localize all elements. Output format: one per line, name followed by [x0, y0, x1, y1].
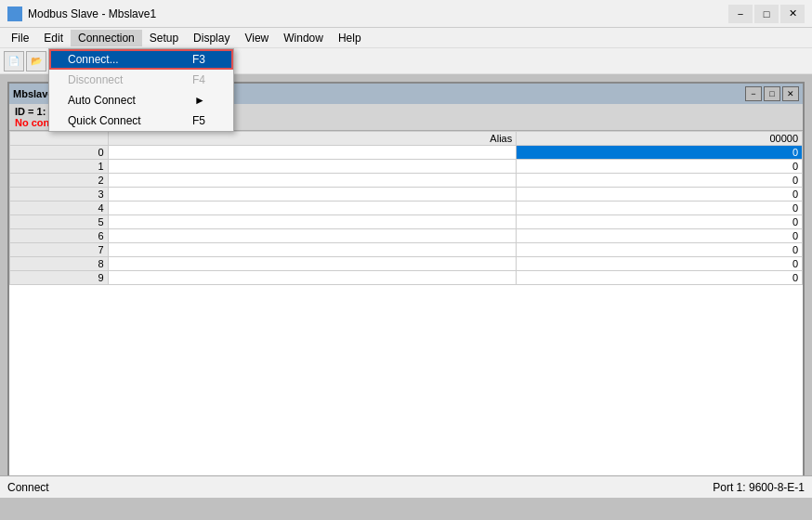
status-left: Connect — [7, 481, 49, 494]
mdi-controls: − □ ✕ — [745, 86, 799, 101]
table-row[interactable]: 70 — [10, 243, 803, 257]
cell-row-num: 5 — [10, 215, 109, 229]
col-header-num — [10, 132, 109, 146]
cell-row-num: 8 — [10, 257, 109, 271]
close-button[interactable]: ✕ — [780, 5, 805, 23]
table-row[interactable]: 10 — [10, 160, 803, 174]
cell-value[interactable]: 0 — [517, 174, 803, 188]
data-table: Alias 00000 00102030405060708090 — [9, 131, 803, 285]
cell-row-num: 7 — [10, 243, 109, 257]
minimize-button[interactable]: − — [728, 5, 753, 23]
maximize-button[interactable]: □ — [754, 5, 779, 23]
cell-row-num: 1 — [10, 160, 109, 174]
menu-window[interactable]: Window — [276, 30, 331, 46]
col-header-alias: Alias — [108, 132, 517, 146]
connection-dropdown: Connect... F3 Disconnect F4 Auto Connect… — [48, 48, 234, 132]
cell-value[interactable]: 0 — [517, 215, 803, 229]
table-row[interactable]: 40 — [10, 202, 803, 215]
menu-edit[interactable]: Edit — [36, 30, 71, 46]
mdi-close-button[interactable]: ✕ — [782, 86, 799, 101]
menu-setup[interactable]: Setup — [142, 30, 186, 46]
mdi-minimize-button[interactable]: − — [745, 86, 762, 101]
cell-row-num: 0 — [10, 146, 109, 160]
app-icon — [7, 6, 22, 21]
cell-row-num: 4 — [10, 202, 109, 215]
table-row[interactable]: 60 — [10, 229, 803, 243]
cell-alias — [108, 160, 517, 174]
col-header-value: 00000 — [517, 132, 803, 146]
cell-row-num: 2 — [10, 174, 109, 188]
cell-row-num: 9 — [10, 271, 109, 285]
status-right: Port 1: 9600-8-E-1 — [713, 481, 805, 494]
table-row[interactable]: 80 — [10, 257, 803, 271]
new-button[interactable]: 📄 — [4, 51, 24, 72]
open-button[interactable]: 📂 — [26, 51, 46, 72]
cell-alias — [108, 215, 517, 229]
title-bar: Modbus Slave - Mbslave1 − □ ✕ — [0, 0, 812, 28]
auto-connect-label: Auto Connect — [68, 94, 136, 107]
cell-value[interactable]: 0 — [517, 243, 803, 257]
cell-alias — [108, 229, 517, 243]
cell-value[interactable]: 0 — [517, 160, 803, 174]
cell-alias — [108, 243, 517, 257]
connect-shortcut: F3 — [192, 53, 205, 66]
table-row[interactable]: 30 — [10, 188, 803, 202]
auto-connect-arrow: ► — [194, 94, 205, 107]
disconnect-shortcut: F4 — [192, 73, 205, 86]
table-row[interactable]: 20 — [10, 174, 803, 188]
cell-value[interactable]: 0 — [517, 257, 803, 271]
cell-alias — [108, 202, 517, 215]
mdi-window: Mbslave1 − □ ✕ ID = 1: F No conne Alias … — [7, 82, 805, 498]
menu-view[interactable]: View — [237, 30, 276, 46]
status-bar: Connect Port 1: 9600-8-E-1 — [0, 475, 812, 498]
menu-display[interactable]: Display — [186, 30, 237, 46]
cell-value[interactable]: 0 — [517, 202, 803, 215]
cell-row-num: 3 — [10, 188, 109, 202]
cell-alias — [108, 146, 517, 160]
menu-bar: File Edit Connection Setup Display View … — [0, 28, 812, 48]
connect-label: Connect... — [68, 53, 119, 66]
quick-connect-shortcut: F5 — [192, 114, 205, 127]
table-row[interactable]: 00 — [10, 146, 803, 160]
cell-row-num: 6 — [10, 229, 109, 243]
table-row[interactable]: 50 — [10, 215, 803, 229]
menu-connect[interactable]: Connect... F3 — [49, 49, 233, 70]
disconnect-label: Disconnect — [68, 73, 123, 86]
cell-alias — [108, 271, 517, 285]
cell-value[interactable]: 0 — [517, 271, 803, 285]
cell-alias — [108, 188, 517, 202]
menu-help[interactable]: Help — [331, 30, 369, 46]
table-row[interactable]: 90 — [10, 271, 803, 285]
quick-connect-label: Quick Connect — [68, 114, 141, 127]
cell-alias — [108, 174, 517, 188]
cell-value[interactable]: 0 — [517, 146, 803, 160]
menu-auto-connect[interactable]: Auto Connect ► — [49, 90, 233, 110]
cell-value[interactable]: 0 — [517, 188, 803, 202]
cell-value[interactable]: 0 — [517, 229, 803, 243]
menu-quick-connect[interactable]: Quick Connect F5 — [49, 110, 233, 131]
window-controls: − □ ✕ — [728, 5, 805, 23]
menu-file[interactable]: File — [4, 30, 36, 46]
menu-connection[interactable]: Connection — [71, 30, 142, 46]
main-area: Mbslave1 − □ ✕ ID = 1: F No conne Alias … — [0, 74, 812, 498]
mdi-maximize-button[interactable]: □ — [764, 86, 780, 101]
window-title: Modbus Slave - Mbslave1 — [28, 7, 156, 20]
menu-disconnect: Disconnect F4 — [49, 70, 233, 90]
cell-alias — [108, 257, 517, 271]
